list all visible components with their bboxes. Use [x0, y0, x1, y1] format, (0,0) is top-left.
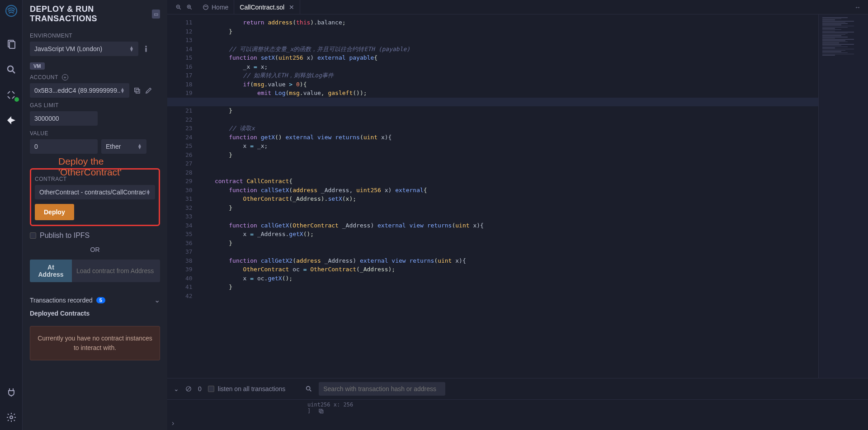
contract-select[interactable]: OtherContract - contracts/CallContract.s… — [35, 185, 155, 199]
terminal: ⌄ 0 listen on all transactions uint256 x… — [167, 378, 868, 430]
vm-badge: VM — [30, 62, 45, 70]
annotation-text: Deploy the 'OtherContract' — [58, 156, 159, 178]
svg-line-4 — [13, 71, 15, 73]
term-line: uint256 x: 256 — [307, 402, 868, 408]
file-explorer-icon[interactable] — [6, 39, 17, 50]
tx-count-badge: 5 — [96, 297, 105, 303]
deploy-button[interactable]: Deploy — [35, 204, 74, 220]
search-icon[interactable] — [6, 64, 17, 75]
gutter: 1112131415161718192021222324252627282930… — [167, 18, 201, 378]
svg-point-3 — [8, 66, 13, 71]
close-icon[interactable]: ✕ — [289, 4, 294, 11]
listen-checkbox[interactable] — [208, 386, 214, 392]
add-account-icon[interactable]: + — [62, 74, 68, 80]
iconbar — [0, 0, 23, 430]
current-line-highlight — [167, 98, 818, 107]
chevron-updown-icon: ▲▼ — [120, 88, 125, 93]
svg-rect-2 — [9, 42, 15, 48]
account-select[interactable]: 0x5B3...eddC4 (89.99999999...) ▲▼ — [30, 83, 129, 98]
no-contract-message: Currently you have no contract instances… — [30, 326, 160, 360]
term-line: ] — [307, 408, 311, 414]
account-label: ACCOUNT — [30, 74, 58, 80]
term-clear-icon[interactable] — [185, 386, 192, 392]
svg-rect-23 — [320, 410, 323, 413]
minimap-content — [822, 17, 864, 56]
edit-icon[interactable] — [145, 86, 153, 95]
term-search-input[interactable] — [319, 382, 445, 396]
zoom-in-icon[interactable] — [186, 4, 193, 10]
term-search-icon[interactable] — [305, 385, 312, 392]
value-input[interactable] — [30, 139, 98, 154]
publish-ipfs-checkbox[interactable] — [30, 232, 36, 239]
gas-label: GAS LIMIT — [30, 102, 160, 109]
tab-file[interactable]: CallContract.sol ✕ — [234, 0, 300, 14]
code-editor[interactable]: 1112131415161718192021222324252627282930… — [167, 14, 818, 378]
svg-line-11 — [179, 8, 181, 9]
or-text: OR — [30, 246, 160, 253]
ataddress-button[interactable]: At Address — [30, 260, 72, 282]
compile-ok-icon — [14, 97, 19, 102]
environment-label: ENVIRONMENT — [30, 33, 160, 39]
environment-select[interactable]: JavaScript VM (London) ▲▼ — [30, 42, 138, 56]
svg-rect-7 — [146, 48, 147, 52]
remix-logo-icon[interactable] — [4, 4, 19, 18]
expand-icon[interactable]: ↔ — [851, 4, 864, 11]
deployed-contracts-label: Deployed Contracts — [30, 310, 90, 317]
listen-label: listen on all transactions — [218, 385, 285, 392]
copy-icon[interactable] — [318, 408, 324, 414]
term-tx-count: 0 — [198, 385, 202, 392]
panel-actions-icon[interactable]: ▭ — [152, 9, 160, 19]
home-icon — [203, 4, 209, 10]
chevron-updown-icon: ▲▼ — [137, 144, 142, 149]
tx-recorded-label: Transactions recorded — [30, 297, 93, 304]
svg-point-0 — [6, 5, 17, 16]
svg-point-5 — [10, 416, 13, 419]
svg-point-20 — [307, 387, 310, 390]
value-label: VALUE — [30, 130, 160, 137]
chevron-down-icon[interactable]: ⌄ — [154, 296, 160, 304]
tabs-bar: Home CallContract.sol ✕ ↔ — [167, 0, 868, 14]
svg-point-17 — [203, 5, 208, 9]
value-unit-select[interactable]: Ether ▲▼ — [101, 139, 146, 154]
contract-value: OtherContract - contracts/CallContract.s… — [39, 189, 146, 196]
term-body: uint256 x: 256 ] — [167, 400, 868, 416]
svg-line-14 — [190, 8, 192, 9]
plugin-manager-icon[interactable] — [6, 387, 17, 397]
tab-home-label: Home — [212, 4, 228, 11]
compiler-icon[interactable] — [6, 90, 17, 100]
deploy-run-icon[interactable] — [6, 115, 17, 126]
svg-rect-22 — [319, 409, 322, 412]
main-area: Home CallContract.sol ✕ ↔ 11121314151617… — [167, 0, 868, 430]
ataddress-input[interactable] — [72, 260, 160, 282]
copy-icon[interactable] — [133, 86, 141, 95]
info-icon[interactable] — [142, 45, 150, 53]
svg-line-21 — [310, 390, 311, 391]
tab-home[interactable]: Home — [197, 0, 234, 14]
term-collapse-icon[interactable]: ⌄ — [174, 385, 179, 392]
code-content: return address(this).balance; } // 可以调整状… — [201, 18, 818, 378]
value-unit: Ether — [106, 143, 121, 150]
svg-line-19 — [187, 387, 190, 391]
panel-title: DEPLOY & RUN TRANSACTIONS — [30, 5, 152, 24]
environment-value: JavaScript VM (London) — [34, 45, 102, 52]
minimap[interactable] — [818, 14, 868, 378]
zoom-out-icon[interactable] — [175, 4, 182, 10]
chevron-updown-icon: ▲▼ — [146, 189, 151, 195]
svg-rect-6 — [146, 46, 147, 47]
publish-ipfs-label: Publish to IPFS — [40, 232, 90, 240]
highlight-box: Deploy the 'OtherContract' CONTRACT Othe… — [30, 168, 160, 226]
term-prompt-icon[interactable]: › — [172, 419, 174, 427]
deploy-panel: DEPLOY & RUN TRANSACTIONS ▭ ENVIRONMENT … — [23, 0, 167, 430]
chevron-updown-icon: ▲▼ — [129, 46, 134, 52]
svg-rect-9 — [136, 90, 140, 93]
settings-icon[interactable] — [6, 412, 17, 423]
tab-file-label: CallContract.sol — [240, 4, 284, 11]
gas-input[interactable] — [30, 111, 98, 126]
account-value: 0x5B3...eddC4 (89.99999999...) — [34, 87, 120, 94]
svg-rect-8 — [135, 88, 138, 92]
